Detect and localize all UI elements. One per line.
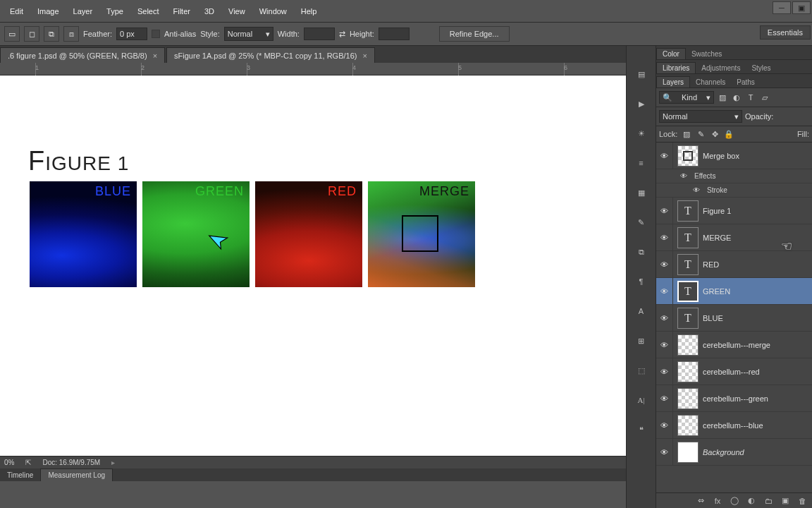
export-icon[interactable]: ⇱ — [25, 459, 31, 466]
filter-kind-select[interactable]: 🔍 Kind ▾ — [659, 91, 714, 104]
menu-help[interactable]: Help — [294, 7, 324, 16]
play-icon[interactable]: ▶ — [633, 95, 650, 112]
layer-blue-text[interactable]: 👁 T BLUE — [656, 305, 812, 332]
mask-icon[interactable]: ◯ — [729, 495, 740, 507]
adjustment-icon[interactable]: ◐ — [746, 495, 757, 507]
chevron-right-icon[interactable]: ▸ — [111, 459, 115, 466]
layer-green-text[interactable]: 👁 T GREEN — [656, 278, 812, 305]
fx-icon[interactable]: fx — [712, 495, 723, 507]
clone-icon[interactable]: ⧉ — [633, 243, 650, 260]
width-input[interactable] — [304, 28, 335, 40]
layer-cereb-merge[interactable]: 👁 cerebellum---merge — [656, 332, 812, 358]
layer-merge-box[interactable]: 👁 Merge box — [656, 143, 812, 169]
zoom-level[interactable]: 0% — [4, 459, 14, 466]
style-select[interactable]: Normal▾ — [224, 27, 273, 41]
filter-adjust-icon[interactable]: ◐ — [731, 92, 742, 103]
tab-color[interactable]: Color — [656, 48, 686, 59]
visibility-icon[interactable]: 👁 — [656, 439, 673, 465]
minimize-button[interactable]: ─ — [773, 1, 791, 14]
brush-icon[interactable]: ✎ — [633, 214, 650, 231]
layer-cereb-red[interactable]: 👁 cerebellum---red — [656, 358, 812, 385]
filter-pixel-icon[interactable]: ▨ — [717, 92, 728, 103]
type-icon[interactable]: A| — [633, 392, 650, 409]
selmode-new-icon[interactable]: ◻ — [24, 26, 39, 42]
layer-cereb-blue[interactable]: 👁 cerebellum---blue — [656, 412, 812, 439]
menu-layer[interactable]: Layer — [66, 7, 100, 16]
selmode-sub-icon[interactable]: ⧈ — [63, 26, 79, 42]
menu-type[interactable]: Type — [99, 7, 130, 16]
visibility-icon[interactable]: 👁 — [656, 385, 673, 411]
character-icon[interactable]: A — [633, 303, 650, 320]
doc-tab-2[interactable]: sFigure 1A.psd @ 25% (* MBP-C1 copy 11, … — [166, 47, 375, 63]
layer-merge-text[interactable]: 👁 T MERGE — [656, 224, 812, 251]
lock-pixels-icon[interactable]: ▨ — [682, 129, 691, 139]
visibility-icon[interactable]: 👁 — [656, 358, 673, 385]
selmode-add-icon[interactable]: ⧉ — [44, 26, 59, 42]
menu-select[interactable]: Select — [130, 7, 166, 16]
layer-red-text[interactable]: 👁 T RED — [656, 251, 812, 278]
visibility-icon[interactable]: 👁 — [656, 198, 673, 224]
blend-mode-select[interactable]: Normal ▾ — [659, 110, 742, 123]
3d-icon[interactable]: ⬚ — [633, 362, 650, 379]
visibility-icon[interactable]: 👁 — [656, 251, 673, 277]
brightness-icon[interactable]: ☀ — [633, 125, 650, 142]
workspace-switcher[interactable]: Essentials — [760, 25, 811, 40]
document-canvas[interactable]: FIGURE 1 BLUE GREEN RED MERGE — [0, 75, 643, 471]
tab-timeline[interactable]: Timeline — [0, 468, 40, 481]
doc-tab-1[interactable]: .6 figure 1.psd @ 50% (GREEN, RGB/8) × — [0, 47, 165, 63]
visibility-icon[interactable]: 👁 — [656, 278, 673, 304]
adjustments-icon[interactable]: ≡ — [633, 155, 650, 171]
lock-row: Lock: ▨ ✎ ✥ 🔒 Fill: — [656, 126, 812, 143]
visibility-icon[interactable]: 👁 — [656, 224, 673, 250]
link-layers-icon[interactable]: ⇔ — [695, 495, 706, 507]
visibility-icon[interactable]: 👁 — [656, 143, 673, 169]
menu-filter[interactable]: Filter — [166, 7, 197, 16]
folder-icon[interactable]: 🗀 — [763, 495, 774, 507]
visibility-icon[interactable]: 👁 — [656, 412, 673, 438]
tab-layers[interactable]: Layers — [656, 76, 690, 87]
layer-background[interactable]: 👁 Background — [656, 439, 812, 466]
tab-libraries[interactable]: Libraries — [656, 62, 696, 73]
filter-shape-icon[interactable]: ▱ — [759, 92, 770, 103]
visibility-icon[interactable]: 👁 — [656, 305, 673, 331]
properties-icon[interactable]: ▦ — [633, 184, 650, 201]
visibility-icon[interactable]: 👁 — [680, 172, 690, 180]
layer-effects[interactable]: 👁 Effects — [656, 169, 812, 183]
visibility-icon[interactable]: 👁 — [656, 332, 673, 358]
panel-red: RED — [255, 181, 362, 287]
tab-adjustments[interactable]: Adjustments — [696, 63, 746, 73]
layer-cereb-green[interactable]: 👁 cerebellum---green — [656, 385, 812, 412]
paragraph-icon[interactable]: ¶ — [633, 273, 650, 290]
lock-brush-icon[interactable]: ✎ — [696, 129, 706, 139]
lock-all-icon[interactable]: 🔒 — [724, 129, 734, 139]
menu-edit[interactable]: Edit — [3, 7, 30, 16]
trash-icon[interactable]: 🗑 — [796, 495, 808, 507]
height-input[interactable] — [379, 28, 410, 40]
glyphs-icon[interactable]: ⊞ — [633, 332, 650, 349]
maximize-button[interactable]: ▣ — [792, 1, 811, 14]
layer-figure1[interactable]: 👁 T Figure 1 — [656, 198, 812, 224]
menu-image[interactable]: Image — [30, 7, 66, 16]
marquee-tool-icon[interactable]: ▭ — [4, 26, 20, 42]
visibility-icon[interactable]: 👁 — [693, 186, 703, 194]
menu-3d[interactable]: 3D — [197, 7, 221, 16]
filter-type-icon[interactable]: T — [745, 92, 756, 103]
antialias-checkbox[interactable] — [152, 30, 160, 38]
close-icon[interactable]: × — [362, 52, 367, 60]
layer-effect-stroke[interactable]: 👁 Stroke — [656, 183, 812, 198]
refine-edge-button[interactable]: Refine Edge... — [439, 26, 510, 42]
feather-input[interactable] — [116, 28, 147, 40]
menu-window[interactable]: Window — [252, 7, 294, 16]
close-icon[interactable]: × — [153, 52, 157, 60]
tab-channels[interactable]: Channels — [690, 77, 731, 87]
lock-move-icon[interactable]: ✥ — [710, 129, 720, 139]
tab-paths[interactable]: Paths — [731, 77, 761, 87]
tab-measurement-log[interactable]: Measurement Log — [40, 468, 113, 481]
history-icon[interactable]: ▤ — [633, 66, 650, 83]
new-layer-icon[interactable]: ▣ — [780, 495, 791, 507]
swap-icon[interactable]: ⇄ — [339, 30, 345, 39]
tab-styles[interactable]: Styles — [746, 63, 776, 73]
tab-swatches[interactable]: Swatches — [686, 49, 727, 59]
menu-view[interactable]: View — [221, 7, 252, 16]
quote-icon[interactable]: ❝ — [633, 421, 650, 438]
